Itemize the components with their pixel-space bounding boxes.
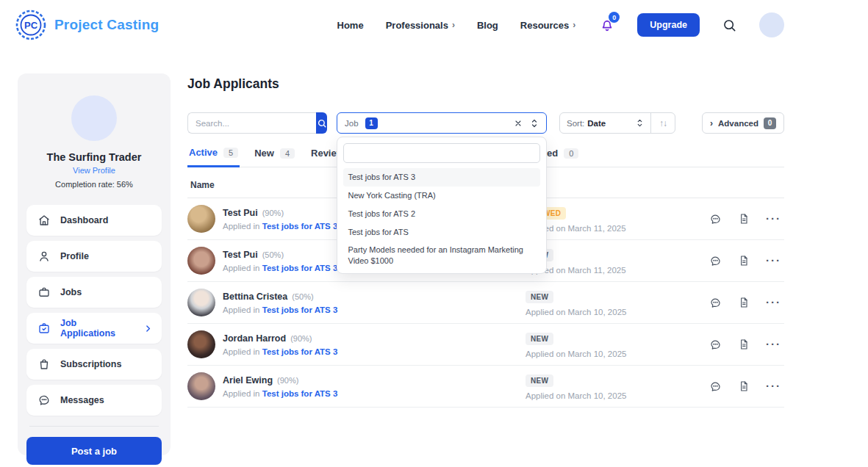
message-icon[interactable] (709, 297, 722, 309)
applied-date: Applied on March 11, 2025 (526, 266, 709, 275)
applicant-search (187, 112, 327, 134)
sidebar-item-subscriptions[interactable]: Subscriptions (26, 349, 162, 380)
applied-date: Applied on March 10, 2025 (526, 350, 709, 358)
job-option[interactable]: New York Casting (TRA) (343, 187, 540, 205)
more-actions-icon[interactable]: ··· (766, 341, 781, 348)
more-actions-icon[interactable]: ··· (766, 257, 781, 264)
applicant-name[interactable]: Bettina Cristea (223, 292, 287, 302)
chevron-right-icon: › (710, 118, 713, 128)
applied-date: Applied on March 11, 2025 (526, 224, 709, 233)
more-actions-icon[interactable]: ··· (766, 215, 781, 222)
sidebar-item-jobs[interactable]: Jobs (26, 277, 162, 308)
search-input[interactable] (187, 112, 316, 134)
search-submit-button[interactable] (316, 112, 327, 134)
sidebar-menu: Dashboard Profile Jobs Job Applications (26, 205, 162, 416)
applicant-row: Ariel Ewing (90%) Applied in Test jobs f… (187, 366, 784, 408)
briefcase-check-icon (37, 322, 51, 335)
post-a-job-button[interactable]: Post a job (26, 437, 162, 465)
select-caret-icon[interactable] (530, 118, 539, 128)
status-badge: NEW (526, 333, 553, 345)
main-content: Job Applicants Job 1 (187, 76, 784, 408)
profile-summary: The Surfing Trader View Profile Completi… (26, 81, 162, 196)
match-percentage: (90%) (277, 376, 298, 385)
document-icon[interactable] (738, 339, 750, 350)
job-option[interactable]: Party Models needed for an Instagram Mar… (343, 241, 540, 270)
user-avatar[interactable] (759, 12, 784, 37)
applicant-avatar[interactable] (187, 289, 215, 316)
arrow-up-down-icon: ↑↓ (659, 118, 667, 128)
document-icon[interactable] (738, 213, 750, 225)
completion-rate: Completion rate: 56% (26, 180, 162, 189)
sidebar-item-label: Job Applications (60, 318, 134, 339)
applicant-name[interactable]: Test Pui (223, 250, 258, 260)
document-icon[interactable] (738, 380, 750, 392)
job-link[interactable]: Test jobs for ATS 3 (262, 347, 338, 356)
applicant-name[interactable]: Jordan Harrod (223, 333, 286, 344)
tab-active[interactable]: Active 5 (187, 145, 240, 167)
applicant-row: Jordan Harrod (90%) Applied in Test jobs… (187, 324, 784, 366)
job-filter-select[interactable]: Job 1 Test jobs for ATS 3 New York Casti… (337, 112, 547, 134)
applicant-avatar[interactable] (187, 247, 215, 275)
view-profile-link[interactable]: View Profile (26, 166, 162, 175)
sidebar-item-messages[interactable]: Messages (26, 385, 162, 416)
briefcase-icon (37, 286, 51, 299)
shopping-bag-icon (37, 358, 51, 371)
job-link[interactable]: Test jobs for ATS 3 (262, 389, 338, 398)
upgrade-button[interactable]: Upgrade (637, 13, 700, 37)
message-icon[interactable] (709, 255, 722, 267)
job-option[interactable]: Test jobs for ATS 2 (343, 205, 540, 223)
job-link[interactable]: Test jobs for ATS 3 (262, 305, 338, 314)
job-filter-label: Job (345, 119, 359, 128)
sidebar-item-label: Subscriptions (60, 359, 121, 369)
applicant-avatar[interactable] (187, 330, 215, 358)
laurel-monogram-icon: PC (15, 9, 47, 41)
top-header: PC Project Casting Home Professionals› B… (0, 0, 868, 50)
message-icon[interactable] (709, 339, 722, 351)
nav-resources[interactable]: Resources› (520, 20, 575, 31)
message-icon[interactable] (709, 380, 722, 393)
document-icon[interactable] (738, 297, 750, 308)
applicant-avatar[interactable] (187, 372, 215, 400)
chevron-right-icon: › (573, 20, 575, 30)
document-icon[interactable] (738, 255, 750, 267)
applicant-avatar[interactable] (187, 205, 215, 233)
applicant-name[interactable]: Ariel Ewing (223, 375, 273, 385)
sidebar-item-label: Jobs (60, 287, 82, 297)
more-actions-icon[interactable]: ··· (766, 383, 781, 390)
nav-blog[interactable]: Blog (477, 20, 498, 31)
sort-select[interactable]: Sort: Date (560, 113, 650, 133)
job-option[interactable]: Test jobs for ATS 3 (343, 168, 540, 187)
notification-count-badge: 0 (609, 12, 620, 23)
search-icon[interactable] (722, 18, 737, 33)
sidebar-item-dashboard[interactable]: Dashboard (26, 205, 162, 236)
nav-home[interactable]: Home (337, 20, 364, 31)
message-icon[interactable] (709, 213, 722, 225)
sidebar-item-label: Messages (60, 395, 104, 405)
job-filter-dropdown: Test jobs for ATS 3 New York Casting (TR… (337, 137, 547, 274)
sidebar-item-label: Dashboard (60, 215, 108, 225)
filters-bar: Job 1 Test jobs for ATS 3 New York Casti… (187, 112, 784, 134)
sidebar-item-job-applications[interactable]: Job Applications (26, 313, 162, 344)
sort-direction-toggle[interactable]: ↑↓ (650, 113, 675, 133)
tab-new[interactable]: New 4 (253, 145, 296, 167)
applicant-row: Bettina Cristea (50%) Applied in Test jo… (187, 282, 784, 324)
match-percentage: (90%) (290, 334, 312, 343)
sidebar-item-label: Profile (60, 251, 89, 261)
profile-avatar[interactable] (71, 95, 117, 141)
clear-icon[interactable] (514, 119, 523, 128)
job-link[interactable]: Test jobs for ATS 3 (262, 222, 338, 231)
nav-professionals[interactable]: Professionals› (386, 20, 455, 31)
match-percentage: (50%) (292, 292, 313, 301)
advanced-count-badge: 0 (764, 117, 776, 129)
brand-logo[interactable]: PC Project Casting (15, 9, 159, 41)
advanced-filters-button[interactable]: › Advanced 0 (702, 112, 784, 134)
job-link[interactable]: Test jobs for ATS 3 (262, 264, 338, 272)
job-option[interactable]: Test jobs for ATS (343, 223, 540, 242)
job-filter-search-input[interactable] (343, 143, 540, 163)
notifications-button[interactable]: 0 (599, 17, 615, 33)
sort-control: Sort: Date ↑↓ (559, 112, 675, 134)
more-actions-icon[interactable]: ··· (766, 299, 781, 306)
chat-bubble-icon (37, 394, 51, 407)
applicant-name[interactable]: Test Pui (223, 208, 258, 218)
sidebar-item-profile[interactable]: Profile (26, 241, 162, 272)
